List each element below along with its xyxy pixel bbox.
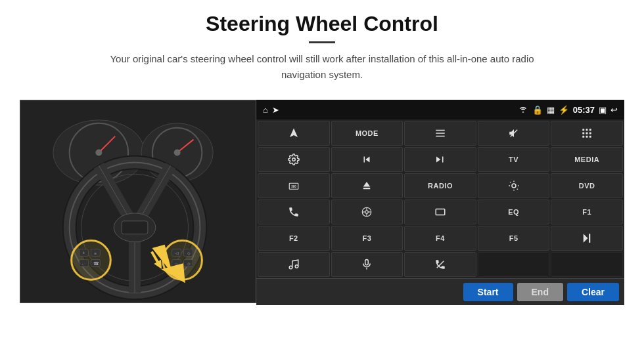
status-bar-right: 🔒 ▦ ⚡ 05:37 ▣ ↩ xyxy=(518,105,618,115)
music-btn[interactable] xyxy=(258,252,330,277)
button-grid: MODE xyxy=(256,119,624,278)
svg-rect-53 xyxy=(589,133,591,135)
svg-rect-77 xyxy=(589,234,590,243)
svg-rect-45 xyxy=(436,133,445,134)
f1-btn[interactable]: F1 xyxy=(551,200,623,224)
svg-point-7 xyxy=(95,150,102,156)
dvd-btn[interactable]: DVD xyxy=(551,173,623,198)
bottom-action-bar: Start End Clear xyxy=(256,278,624,305)
title-section: Steering Wheel Control Your original car… xyxy=(92,12,552,93)
brightness-btn[interactable] xyxy=(478,173,550,198)
svg-marker-60 xyxy=(363,182,371,187)
svg-point-70 xyxy=(365,211,369,214)
svg-text:◇: ◇ xyxy=(187,262,191,266)
list-btn[interactable] xyxy=(404,121,476,146)
sim-icon: ▦ xyxy=(547,105,555,115)
wifi-icon xyxy=(518,105,528,115)
settings-btn[interactable] xyxy=(258,147,330,172)
f2-btn[interactable]: F2 xyxy=(258,226,330,251)
svg-rect-80 xyxy=(365,260,369,265)
status-bar: ⌂ ➤ 🔒 ▦ ⚡ 05:37 xyxy=(256,100,624,119)
callend-btn[interactable] xyxy=(404,252,476,277)
svg-point-78 xyxy=(289,266,292,269)
apps-btn[interactable] xyxy=(551,121,623,146)
nav-arrow-icon: ➤ xyxy=(272,105,279,115)
page-wrapper: Steering Wheel Control Your original car… xyxy=(0,0,644,357)
svg-text:-: - xyxy=(82,261,83,266)
media-btn[interactable]: MEDIA xyxy=(551,147,623,172)
radio-btn[interactable]: RADIO xyxy=(404,173,476,198)
empty-cell-1 xyxy=(478,252,550,277)
eject-btn[interactable] xyxy=(331,173,403,198)
status-bar-left: ⌂ ➤ xyxy=(263,105,279,115)
page-title: Steering Wheel Control xyxy=(92,12,552,36)
nav-btn[interactable] xyxy=(258,121,330,146)
svg-rect-48 xyxy=(582,129,584,131)
back-icon[interactable]: ↩ xyxy=(610,105,618,115)
svg-point-79 xyxy=(295,265,298,268)
svg-rect-61 xyxy=(363,188,371,189)
mic-btn[interactable] xyxy=(331,252,403,277)
svg-rect-75 xyxy=(436,209,445,215)
subtitle-text: Your original car's steering wheel contr… xyxy=(92,51,552,83)
mode-btn[interactable]: MODE xyxy=(331,121,403,146)
svg-rect-54 xyxy=(582,136,584,138)
bluetooth-icon: ⚡ xyxy=(559,105,569,115)
screen-ratio-btn[interactable] xyxy=(404,200,476,224)
steering-wheel-image: + ≋ - ☎ ◁ ◇ ○ ◇ xyxy=(20,100,256,303)
svg-text:◁: ◁ xyxy=(175,251,179,255)
svg-text:≋: ≋ xyxy=(94,252,97,255)
svg-rect-56 xyxy=(589,136,591,138)
phone-btn[interactable] xyxy=(258,200,330,224)
prev-btn[interactable] xyxy=(331,147,403,172)
svg-line-66 xyxy=(517,189,517,190)
svg-text:☎: ☎ xyxy=(93,261,99,266)
f4-btn[interactable]: F4 xyxy=(404,226,476,251)
empty-cell-2 xyxy=(551,252,623,277)
svg-rect-27 xyxy=(80,259,89,266)
title-divider xyxy=(309,41,335,43)
svg-rect-49 xyxy=(586,129,588,131)
start-button[interactable]: Start xyxy=(463,283,513,301)
svg-point-57 xyxy=(292,158,296,161)
svg-rect-46 xyxy=(436,136,445,137)
lock-icon: 🔒 xyxy=(532,105,543,115)
playpause-btn[interactable] xyxy=(551,226,623,251)
home-icon[interactable]: ⌂ xyxy=(263,105,268,115)
clear-button[interactable]: Clear xyxy=(567,283,619,301)
svg-marker-76 xyxy=(584,234,588,243)
svg-rect-20 xyxy=(122,221,148,234)
navi-btn[interactable] xyxy=(331,200,403,224)
content-row: + ≋ - ☎ ◁ ◇ ○ ◇ xyxy=(20,100,624,305)
svg-point-8 xyxy=(174,150,181,156)
svg-rect-51 xyxy=(582,133,584,135)
svg-rect-52 xyxy=(586,133,588,135)
svg-text:◇: ◇ xyxy=(187,251,191,255)
svg-line-65 xyxy=(510,182,511,182)
f5-btn[interactable]: F5 xyxy=(478,226,550,251)
360-btn[interactable]: 360 xyxy=(258,173,330,198)
next-btn[interactable] xyxy=(404,147,476,172)
svg-text:360: 360 xyxy=(291,185,296,188)
svg-rect-50 xyxy=(589,129,591,131)
svg-text:+: + xyxy=(83,251,85,255)
f3-btn[interactable]: F3 xyxy=(331,226,403,251)
svg-rect-44 xyxy=(436,130,445,131)
head-unit-panel: ⌂ ➤ 🔒 ▦ ⚡ 05:37 xyxy=(256,100,624,305)
svg-rect-55 xyxy=(586,136,588,138)
eq-btn[interactable]: EQ xyxy=(478,200,550,224)
svg-point-62 xyxy=(512,184,516,188)
tv-btn[interactable]: TV xyxy=(478,147,550,172)
mute-btn[interactable] xyxy=(478,121,550,146)
end-button[interactable]: End xyxy=(517,283,563,301)
screen-icon: ▣ xyxy=(599,105,607,115)
clock-display: 05:37 xyxy=(573,105,595,115)
